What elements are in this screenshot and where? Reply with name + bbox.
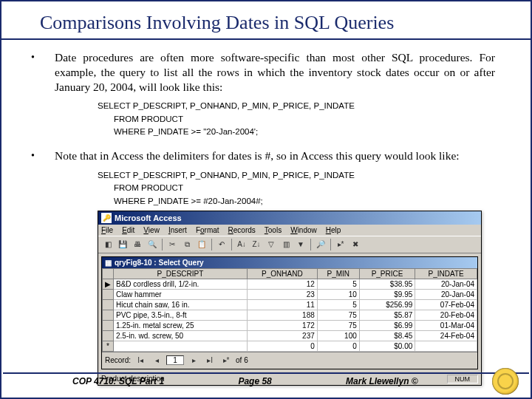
bullet-1-text: Date procedures are often more software-… (55, 50, 495, 94)
nav-new-icon[interactable]: ▸* (219, 354, 233, 367)
tool-filter-form-icon[interactable]: ▥ (279, 238, 293, 251)
row-selector[interactable] (103, 320, 114, 330)
cell-min[interactable]: 100 (317, 330, 359, 341)
datasheet-icon: ▦ (105, 259, 112, 267)
cell-price[interactable]: $5.87 (359, 310, 415, 320)
cell-descript[interactable]: B&D cordless drill, 1/2-in. (114, 279, 248, 289)
cell-indate[interactable] (415, 341, 477, 351)
tool-view-icon[interactable]: ◧ (101, 238, 115, 251)
row-selector[interactable] (103, 299, 114, 310)
toolbar-separator (231, 239, 232, 250)
toolbar-separator (330, 239, 331, 250)
menu-help[interactable]: Help (326, 226, 341, 234)
cell-onhand[interactable]: 23 (247, 289, 317, 299)
cell-indate[interactable]: 20-Jan-04 (415, 279, 477, 289)
col-indate[interactable]: P_INDATE (415, 268, 477, 279)
menu-tools[interactable]: Tools (265, 226, 282, 234)
bullet-dot: • (31, 50, 55, 94)
cell-onhand[interactable]: 12 (247, 279, 317, 289)
cell-min[interactable]: 75 (317, 320, 359, 330)
menu-records[interactable]: Records (228, 226, 256, 234)
menu-insert[interactable]: Insert (168, 226, 187, 234)
table-row[interactable]: *00$0.00 (103, 341, 477, 351)
tool-sort-desc-icon[interactable]: Z↓ (250, 238, 263, 251)
tool-print-icon[interactable]: 🖶 (131, 238, 144, 251)
cell-descript[interactable] (114, 341, 248, 351)
cell-min[interactable]: 0 (317, 341, 359, 351)
footer: COP 4710: SQL Part 1 Page 58 Mark Llewel… (1, 368, 531, 395)
cell-onhand[interactable]: 188 (247, 310, 317, 320)
table-row[interactable]: Hicut chain saw, 16 in.115$256.9907-Feb-… (103, 299, 477, 310)
code1-line2: FROM PRODUCT (98, 113, 495, 126)
cell-price[interactable]: $6.99 (359, 320, 415, 330)
tool-preview-icon[interactable]: 🔍 (146, 238, 159, 251)
table-row[interactable]: Claw hammer2310$9.9520-Jan-04 (103, 289, 477, 299)
table-row[interactable]: 1.25-in. metal screw, 2517275$6.9901-Mar… (103, 320, 477, 330)
tool-delete-record-icon[interactable]: ✖ (349, 238, 362, 251)
cell-indate[interactable]: 20-Feb-04 (415, 310, 477, 320)
nav-next-icon[interactable]: ▸ (187, 354, 200, 367)
table-row[interactable]: 2.5-in. wd. screw, 50237100$8.4524-Feb-0… (103, 330, 477, 341)
row-selector[interactable]: ▶ (103, 279, 114, 289)
col-min[interactable]: P_MIN (317, 268, 359, 279)
cell-min[interactable]: 10 (317, 289, 359, 299)
tool-sort-asc-icon[interactable]: A↓ (235, 238, 248, 251)
row-selector[interactable] (103, 289, 114, 299)
cell-descript[interactable]: 1.25-in. metal screw, 25 (114, 320, 248, 330)
nav-first-icon[interactable]: I◂ (134, 354, 147, 367)
tool-undo-icon[interactable]: ↶ (215, 238, 228, 251)
tool-save-icon[interactable]: 💾 (116, 238, 129, 251)
tool-copy-icon[interactable]: ⧉ (180, 238, 194, 251)
cell-onhand[interactable]: 0 (247, 341, 317, 351)
tool-find-icon[interactable]: 🔎 (314, 238, 327, 251)
cell-min[interactable]: 75 (317, 310, 359, 320)
col-price[interactable]: P_PRICE (359, 268, 415, 279)
col-descript[interactable]: P_DESCRIPT (114, 268, 248, 279)
record-position[interactable]: 1 (166, 355, 184, 365)
col-onhand[interactable]: P_ONHAND (247, 268, 317, 279)
menu-window[interactable]: Window (290, 226, 317, 234)
record-navigator: Record: I◂ ◂ 1 ▸ ▸I ▸* of 6 (102, 352, 477, 369)
cell-indate[interactable]: 01-Mar-04 (415, 320, 477, 330)
result-grid: P_DESCRIPT P_ONHAND P_MIN P_PRICE P_INDA… (102, 268, 477, 352)
cell-indate[interactable]: 20-Jan-04 (415, 289, 477, 299)
code1-line3: WHERE P_INDATE >= "20-Jan-2004'; (98, 126, 495, 138)
cell-indate[interactable]: 07-Feb-04 (415, 299, 477, 310)
footer-left: COP 4710: SQL Part 1 (72, 376, 164, 386)
cell-descript[interactable]: Claw hammer (114, 289, 248, 299)
menu-file[interactable]: File (101, 226, 113, 234)
tool-apply-filter-icon[interactable]: ▼ (294, 238, 307, 251)
code-block-1: SELECT P_DESCRIPT, P_ONHAND, P_MIN, P_PR… (98, 100, 495, 138)
toolbar-separator (310, 239, 311, 250)
cell-indate[interactable]: 24-Feb-04 (415, 330, 477, 341)
cell-descript[interactable]: 2.5-in. wd. screw, 50 (114, 330, 248, 341)
ucf-logo-icon (492, 368, 519, 395)
cell-descript[interactable]: PVC pipe, 3.5-in., 8-ft (114, 310, 248, 320)
cell-price[interactable]: $8.45 (359, 330, 415, 341)
nav-last-icon[interactable]: ▸I (203, 354, 216, 367)
cell-price[interactable]: $9.95 (359, 289, 415, 299)
row-selector[interactable] (103, 310, 114, 320)
tool-new-record-icon[interactable]: ▸* (334, 238, 347, 251)
tool-cut-icon[interactable]: ✂ (166, 238, 179, 251)
cell-price[interactable]: $0.00 (359, 341, 415, 351)
tool-paste-icon[interactable]: 📋 (195, 238, 208, 251)
cell-onhand[interactable]: 11 (247, 299, 317, 310)
cell-onhand[interactable]: 237 (247, 330, 317, 341)
tool-filter-icon[interactable]: ▽ (265, 238, 278, 251)
menu-edit[interactable]: Edit (122, 226, 134, 234)
cell-price[interactable]: $256.99 (359, 299, 415, 310)
row-selector[interactable] (103, 330, 114, 341)
nav-prev-icon[interactable]: ◂ (150, 354, 163, 367)
table-row[interactable]: ▶B&D cordless drill, 1/2-in.125$38.9520-… (103, 279, 477, 289)
menu-view[interactable]: View (143, 226, 160, 234)
cell-min[interactable]: 5 (317, 279, 359, 289)
bullet-2-text: Note that in Access the delimiters for d… (55, 149, 460, 163)
cell-descript[interactable]: Hicut chain saw, 16 in. (114, 299, 248, 310)
menu-format[interactable]: Format (196, 226, 219, 234)
cell-onhand[interactable]: 172 (247, 320, 317, 330)
cell-price[interactable]: $38.95 (359, 279, 415, 289)
cell-min[interactable]: 5 (317, 299, 359, 310)
table-row[interactable]: PVC pipe, 3.5-in., 8-ft18875$5.8720-Feb-… (103, 310, 477, 320)
row-selector[interactable]: * (103, 341, 114, 351)
